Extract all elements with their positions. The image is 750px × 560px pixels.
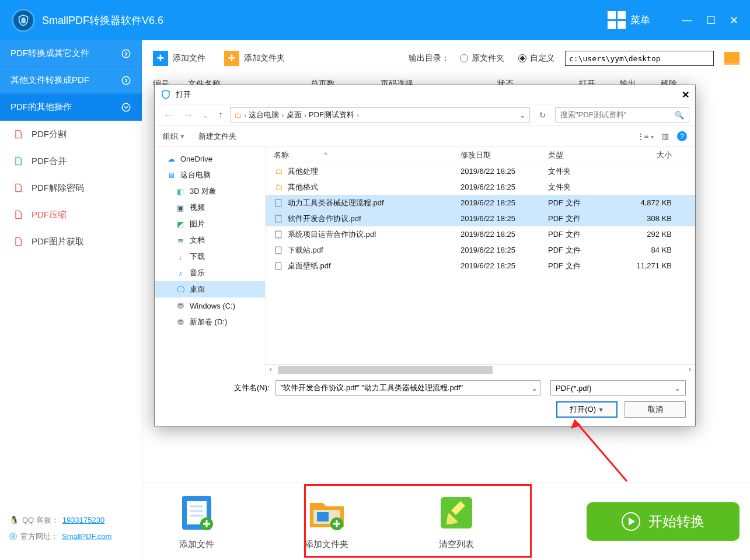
file-row[interactable]: 🗀其他处理2019/6/22 18:25文件夹 (266, 163, 695, 179)
plus-icon: + (153, 51, 168, 66)
file-date: 2019/6/22 18:25 (452, 167, 540, 176)
menu-button[interactable]: 菜单 (608, 11, 650, 29)
breadcrumb[interactable]: 🗀 › 这台电脑› 桌面› PDF测试资料› ⌄ (230, 107, 530, 123)
dialog-close-icon[interactable]: ✕ (682, 89, 689, 100)
add-file-button[interactable]: +添加文件 (153, 51, 205, 66)
col-size[interactable]: 大小 (627, 150, 686, 160)
crumb[interactable]: 这台电脑 (249, 110, 279, 120)
tree-item[interactable]: ≣文档 (155, 232, 265, 249)
disk-icon: ⛃ (176, 317, 185, 327)
sub-pdf-split[interactable]: PDF分割 (0, 121, 142, 148)
filetype-select[interactable]: PDF(*.pdf) ⌄ (550, 380, 686, 396)
file-row[interactable]: 动力工具类器械处理流程.pdf2019/6/22 18:25PDF 文件4,87… (266, 195, 695, 211)
organize-button[interactable]: 组织 ▾ (163, 131, 184, 142)
tree-item[interactable]: 🖥这台电脑 (155, 167, 265, 183)
file-name: 其他格式 (288, 182, 318, 192)
output-path-input[interactable] (565, 51, 714, 66)
dialog-footer: 文件名(N): ⌄ PDF(*.pdf) ⌄ 打开(O) ▼ 取消 (155, 374, 695, 426)
folder-icon: 🗀 (274, 167, 283, 176)
clear-list-button[interactable]: 清空列表 (436, 492, 477, 550)
sub-pdf-merge[interactable]: PDF合并 (0, 148, 142, 174)
menu-grid-icon (608, 11, 626, 29)
refresh-icon[interactable]: ↻ (535, 111, 550, 120)
site-link[interactable]: SmallPDF.com (62, 528, 111, 545)
start-convert-button[interactable]: 开始转换 (587, 502, 739, 541)
radio-custom-folder[interactable]: 自定义 (518, 53, 554, 64)
crumb[interactable]: 桌面 (287, 110, 302, 120)
nav-forward-icon[interactable]: → (180, 109, 196, 121)
radio-origin-folder[interactable]: 原文件夹 (460, 53, 504, 64)
category-pdf-to-other[interactable]: PDF转换成其它文件 (0, 40, 142, 67)
document-add-icon (176, 492, 217, 533)
tree-item[interactable]: ♪音乐 (155, 265, 265, 281)
file-row[interactable]: 桌面壁纸.pdf2019/6/22 18:25PDF 文件11,271 KB (266, 258, 695, 274)
tree-item[interactable]: ◧3D 对象 (155, 183, 265, 200)
chevron-down-icon[interactable]: ⌄ (531, 384, 538, 393)
pdf-icon (274, 214, 283, 223)
folder-tree: ☁OneDrive🖥这台电脑◧3D 对象▣视频◩图片≣文档↓下载♪音乐🖵桌面⛃W… (155, 147, 266, 374)
add-folder-button[interactable]: +添加文件夹 (224, 51, 285, 66)
help-icon[interactable]: ? (677, 131, 687, 141)
tree-item[interactable]: ⛃Windows (C:) (155, 298, 265, 314)
sub-pdf-unlock[interactable]: PDF解除密码 (0, 174, 142, 201)
qq-link[interactable]: 1933175230 (62, 512, 104, 528)
file-row[interactable]: 🗀其他格式2019/6/22 18:25文件夹 (266, 179, 695, 195)
big-add-folder-button[interactable]: 添加文件夹 (305, 492, 348, 550)
search-input[interactable]: 搜索"PDF测试资料" 🔍 (555, 107, 689, 123)
file-name: 动力工具类器械处理流程.pdf (288, 198, 384, 208)
category-label: PDF转换成其它文件 (11, 48, 89, 59)
filename-input[interactable] (275, 380, 540, 396)
browse-folder-icon[interactable] (724, 52, 739, 65)
tree-item-label: 音乐 (190, 268, 205, 278)
plus-icon: + (224, 51, 239, 66)
chevron-down-icon[interactable]: ⌄ (519, 111, 526, 120)
file-type: PDF 文件 (540, 198, 627, 208)
file-icon (13, 209, 23, 220)
tree-item[interactable]: ◩图片 (155, 216, 265, 232)
tree-item[interactable]: ⛃新加卷 (D:) (155, 314, 265, 330)
output-label: 输出目录： (409, 53, 449, 64)
file-name: 桌面壁纸.pdf (288, 261, 331, 271)
col-name[interactable]: 名称 (274, 150, 289, 159)
tree-item[interactable]: ☁OneDrive (155, 150, 265, 167)
minimize-icon[interactable]: — (682, 14, 692, 27)
svg-point-3 (122, 103, 130, 111)
preview-pane-icon[interactable]: ▥ (662, 132, 669, 141)
new-folder-button[interactable]: 新建文件夹 (198, 131, 236, 142)
file-icon (13, 183, 23, 193)
big-add-file-button[interactable]: 添加文件 (176, 492, 217, 550)
view-mode-icon[interactable]: ⋮≡ ▾ (637, 132, 654, 141)
horizontal-scrollbar[interactable]: ‹› (266, 364, 695, 374)
pdf-icon (274, 198, 283, 208)
file-date: 2019/6/22 18:25 (452, 183, 540, 191)
file-header: 名称^ 修改日期 类型 大小 (266, 147, 695, 163)
tree-item-label: 3D 对象 (190, 186, 217, 197)
qq-icon: 🐧 (9, 512, 19, 528)
open-dialog: 打开 ✕ ← → ⌄ ↑ 🗀 › 这台电脑› 桌面› PDF测试资料› ⌄ ↻ … (154, 85, 696, 426)
category-pdf-other-ops[interactable]: PDF的其他操作 (0, 94, 142, 121)
sub-pdf-compress[interactable]: PDF压缩 (0, 201, 142, 228)
maximize-icon[interactable]: ☐ (706, 14, 716, 27)
file-size: 308 KB (627, 214, 686, 223)
crumb[interactable]: PDF测试资料 (309, 110, 354, 120)
category-other-to-pdf[interactable]: 其他文件转换成PDF (0, 67, 142, 94)
nav-back-icon[interactable]: ← (161, 109, 176, 121)
file-row[interactable]: 下载站.pdf2019/6/22 18:25PDF 文件84 KB (266, 242, 695, 258)
tree-item-label: Windows (C:) (190, 302, 235, 310)
svg-rect-18 (275, 262, 281, 270)
col-type[interactable]: 类型 (540, 150, 627, 160)
cancel-button[interactable]: 取消 (625, 401, 686, 418)
tree-item-label: 新加卷 (D:) (190, 317, 227, 327)
close-icon[interactable]: ✕ (730, 14, 738, 27)
tree-item[interactable]: ▣视频 (155, 200, 265, 216)
svg-rect-15 (275, 215, 281, 222)
open-button[interactable]: 打开(O) ▼ (556, 401, 618, 418)
sub-pdf-extract-image[interactable]: PDF图片获取 (0, 228, 142, 255)
nav-up-icon[interactable]: ↑ (216, 110, 225, 120)
tree-item[interactable]: 🖵桌面 (155, 281, 265, 298)
nav-recent-icon[interactable]: ⌄ (200, 111, 211, 120)
col-date[interactable]: 修改日期 (452, 150, 540, 160)
tree-item[interactable]: ↓下载 (155, 249, 265, 265)
file-row[interactable]: 系统项目运营合作协议.pdf2019/6/22 18:25PDF 文件292 K… (266, 226, 695, 242)
file-row[interactable]: 软件开发合作协议.pdf2019/6/22 18:25PDF 文件308 KB (266, 211, 695, 226)
